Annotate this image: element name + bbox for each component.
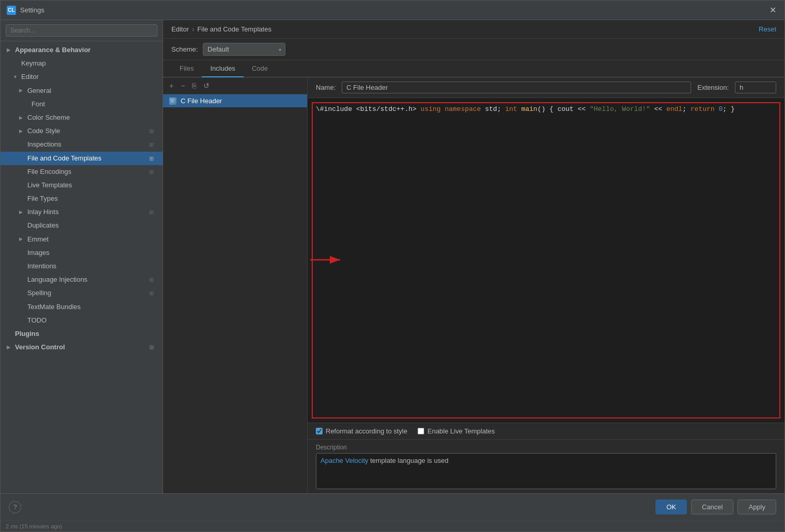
tab-code[interactable]: Code [244, 60, 276, 77]
expand-icon: ▶ [19, 236, 24, 243]
reset-button[interactable]: Reset [759, 25, 776, 33]
sidebar-label: Images [27, 248, 50, 257]
sidebar-item-language-injections[interactable]: Language Injections ⊞ [1, 273, 163, 286]
file-list-toolbar: + − ⎘ ↺ [163, 77, 307, 94]
tabs-bar: Files Includes Code [163, 60, 784, 77]
description-rest-text: template language is used [369, 457, 448, 464]
expand-icon: ▶ [19, 87, 24, 94]
help-button[interactable]: ? [9, 501, 21, 513]
sidebar-item-images[interactable]: Images [1, 246, 163, 260]
sidebar-label: Language Injections [27, 275, 87, 284]
badge-icon: ⊞ [149, 127, 156, 135]
sidebar-item-spelling[interactable]: Spelling ⊞ [1, 286, 163, 300]
sidebar-item-color-scheme[interactable]: ▶ Color Scheme [1, 111, 163, 124]
sidebar-item-font[interactable]: Font [1, 98, 163, 111]
editor-area: + − ⎘ ↺ C C File Header Name: [163, 77, 784, 493]
badge-icon: ⊞ [149, 289, 156, 297]
tab-files[interactable]: Files [171, 60, 202, 77]
badge-icon: ⊞ [149, 168, 156, 175]
sidebar-item-version-control[interactable]: ▶ Version Control ⊞ [1, 341, 163, 354]
file-list: + − ⎘ ↺ C C File Header [163, 77, 308, 493]
add-button[interactable]: + [167, 80, 175, 91]
file-list-item[interactable]: C C File Header [163, 94, 307, 107]
sidebar-label: Inspections [27, 140, 61, 149]
sidebar-item-todo[interactable]: TODO [1, 314, 163, 327]
status-bar: 2 ms (15 minutes ago) [1, 520, 784, 531]
apache-velocity-link[interactable]: Apache Velocity [321, 457, 369, 464]
reset-template-button[interactable]: ↺ [201, 80, 212, 91]
live-templates-label: Enable Live Templates [427, 427, 495, 435]
name-input[interactable] [342, 82, 691, 93]
window-title: Settings [20, 6, 767, 14]
description-label: Description [316, 444, 776, 451]
breadcrumb-bar: Editor › File and Code Templates Reset [163, 20, 784, 39]
sidebar-item-intentions[interactable]: Intentions [1, 260, 163, 273]
sidebar-label: File and Code Templates [27, 154, 102, 163]
reformat-checkbox[interactable] [316, 428, 323, 434]
editor-right: Name: Extension: [308, 77, 784, 493]
sidebar-item-emmet[interactable]: ▶ Emmet [1, 233, 163, 246]
sidebar-item-appearance[interactable]: ▶ Appearance & Behavior [1, 43, 163, 57]
extension-input[interactable] [735, 82, 776, 93]
file-item-label: C File Header [181, 97, 222, 105]
sidebar-item-inlay-hints[interactable]: ▶ Inlay Hints ⊞ [1, 205, 163, 219]
sidebar-item-inspections[interactable]: Inspections ⊞ [1, 138, 163, 151]
main-panel: Editor › File and Code Templates Reset S… [163, 20, 784, 493]
sidebar-item-live-templates[interactable]: Live Templates [1, 179, 163, 192]
search-input[interactable] [6, 24, 157, 37]
sidebar-item-editor[interactable]: ▼ Editor [1, 70, 163, 84]
nav-tree: ▶ Appearance & Behavior Keymap ▼ Editor … [1, 41, 163, 493]
close-button[interactable]: ✕ [767, 3, 778, 17]
scheme-label: Scheme: [171, 45, 198, 53]
tab-includes[interactable]: Includes [202, 60, 243, 77]
sidebar-label: Inlay Hints [27, 207, 59, 217]
expand-icon: ▼ [13, 74, 18, 80]
sidebar-label: General [27, 86, 51, 95]
badge-icon: ⊞ [149, 141, 156, 148]
sidebar-item-file-code-templates[interactable]: File and Code Templates ⊞ [1, 152, 163, 165]
ok-button[interactable]: OK [655, 499, 687, 514]
expand-icon: ▶ [7, 344, 12, 351]
file-icon: C [169, 98, 177, 105]
main-content: ▶ Appearance & Behavior Keymap ▼ Editor … [1, 20, 784, 493]
sidebar-item-keymap[interactable]: Keymap [1, 57, 163, 70]
apply-button[interactable]: Apply [738, 499, 776, 514]
sidebar-item-code-style[interactable]: ▶ Code Style ⊞ [1, 124, 163, 138]
sidebar-item-file-encodings[interactable]: File Encodings ⊞ [1, 165, 163, 179]
sidebar-label: TODO [27, 316, 46, 325]
app-icon: CL [7, 6, 16, 15]
code-editor[interactable]: \#include <bits/stdc++.h> using namespac… [308, 98, 784, 423]
sidebar-label: Keymap [21, 59, 46, 68]
live-templates-checkbox[interactable] [418, 428, 424, 434]
copy-button[interactable]: ⎘ [190, 80, 198, 91]
reformat-checkbox-label[interactable]: Reformat according to style [316, 427, 407, 435]
sidebar-label: Version Control [15, 343, 65, 352]
sidebar-label: Font [31, 100, 45, 109]
sidebar-label: Editor [21, 72, 39, 82]
bottom-options: Reformat according to style Enable Live … [308, 423, 784, 439]
name-ext-bar: Name: Extension: [308, 77, 784, 98]
cancel-button[interactable]: Cancel [691, 499, 733, 514]
remove-button[interactable]: − [179, 80, 187, 91]
expand-icon: ▶ [19, 128, 24, 135]
expand-icon: ▶ [19, 209, 24, 216]
sidebar-label: Code Style [27, 126, 60, 136]
sidebar-label: Color Scheme [27, 113, 70, 122]
search-box [1, 20, 163, 41]
sidebar-item-plugins[interactable]: Plugins [1, 327, 163, 341]
badge-icon: ⊞ [149, 344, 156, 351]
title-bar: CL Settings ✕ [1, 1, 784, 20]
sidebar-label: TextMate Bundles [27, 302, 81, 312]
breadcrumb-separator: › [192, 25, 194, 33]
badge-icon: ⊞ [149, 208, 156, 216]
scheme-select[interactable]: Default Project [203, 43, 285, 56]
sidebar-item-general[interactable]: ▶ General [1, 84, 163, 98]
live-templates-checkbox-label[interactable]: Enable Live Templates [418, 427, 495, 435]
scheme-select-wrapper: Default Project ▾ [203, 43, 285, 56]
breadcrumb: Editor › File and Code Templates [171, 25, 271, 33]
sidebar-item-file-types[interactable]: File Types [1, 192, 163, 205]
sidebar-item-duplicates[interactable]: Duplicates [1, 219, 163, 232]
extension-label: Extension: [697, 84, 729, 91]
sidebar-item-textmate-bundles[interactable]: TextMate Bundles [1, 300, 163, 314]
sidebar-label: Intentions [27, 262, 56, 271]
